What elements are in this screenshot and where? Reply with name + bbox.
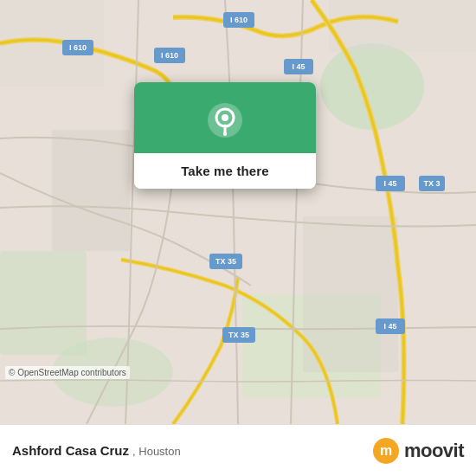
svg-text:I 45: I 45 — [383, 179, 396, 188]
popup-card: Take me there — [134, 82, 316, 189]
svg-rect-8 — [303, 216, 398, 372]
map-attribution: © OpenStreetMap contributors — [5, 366, 130, 379]
svg-rect-7 — [52, 130, 130, 251]
svg-text:I 45: I 45 — [383, 322, 396, 331]
svg-text:TX 35: TX 35 — [215, 257, 236, 266]
svg-text:I 610: I 610 — [161, 51, 178, 60]
svg-rect-3 — [0, 251, 87, 355]
bottom-bar: Ashford Casa Cruz, Houston m moovit — [0, 424, 476, 476]
location-pin-icon — [206, 101, 244, 139]
svg-text:TX 3: TX 3 — [423, 179, 440, 188]
map-container: I 610 I 610 I 610 I 45 I 45 I 45 TX 35 T… — [0, 0, 476, 424]
svg-text:TX 35: TX 35 — [228, 331, 249, 339]
place-city: , Houston — [132, 445, 181, 458]
map-svg: I 610 I 610 I 610 I 45 I 45 I 45 TX 35 T… — [0, 0, 476, 424]
svg-point-30 — [223, 132, 227, 136]
svg-point-29 — [222, 114, 228, 121]
moovit-brand-text: moovit — [404, 440, 464, 462]
take-me-there-button[interactable]: Take me there — [134, 153, 316, 189]
svg-rect-6 — [329, 0, 476, 52]
svg-text:I 610: I 610 — [230, 16, 248, 24]
svg-text:I 610: I 610 — [69, 43, 87, 52]
popup-header — [134, 82, 316, 153]
moovit-logo: m moovit — [372, 437, 464, 465]
place-info: Ashford Casa Cruz, Houston — [12, 443, 181, 459]
svg-text:I 45: I 45 — [292, 62, 305, 71]
moovit-brand-icon: m — [372, 437, 400, 465]
place-name: Ashford Casa Cruz — [12, 443, 129, 458]
svg-text:m: m — [380, 443, 392, 458]
